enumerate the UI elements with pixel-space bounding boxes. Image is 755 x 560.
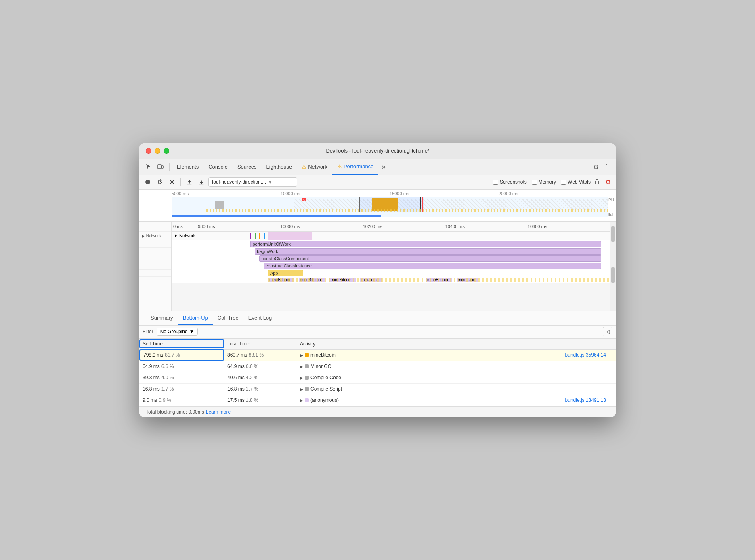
total-time-cell-4: 16.8 ms 1.7 %: [224, 386, 297, 392]
timeline-scrollbar[interactable]: [610, 222, 616, 311]
close-button[interactable]: [146, 148, 151, 154]
tab-elements[interactable]: Elements: [172, 159, 203, 175]
flame-row-1: performUnitOfWork: [172, 240, 610, 248]
tab-network[interactable]: ⚠ Network: [297, 159, 332, 175]
link-cell-1: bundle.js:35964:14: [565, 352, 612, 358]
record-button[interactable]: [143, 177, 153, 187]
flame-bar-begin[interactable]: beginWork: [255, 248, 601, 255]
tab-lighthouse[interactable]: Lighthouse: [262, 159, 297, 175]
zmark-5: 10600 ms: [528, 224, 610, 229]
device-icon[interactable]: [155, 161, 166, 172]
flame-row-2: beginWork: [172, 248, 610, 255]
devtools-tabs-bar: Elements Console Sources Lighthouse ⚠ Ne…: [139, 159, 616, 175]
memory-checkbox[interactable]: Memory: [532, 179, 556, 185]
network-triangle-icon: ▶: [175, 234, 178, 238]
cursor-icon[interactable]: [143, 161, 154, 172]
scrollbar-thumb-2[interactable]: [611, 267, 615, 283]
th-self-time: Self Time: [139, 339, 224, 348]
performance-warning-icon: ⚠: [337, 163, 342, 169]
grouping-dropdown[interactable]: No Grouping ▼: [157, 328, 198, 336]
left-labels: ▶ Network: [139, 222, 172, 311]
expand-icon-5[interactable]: ▶: [300, 398, 303, 403]
timeline-overview[interactable]: 5000 ms 10000 ms 15000 ms 20000 ms CPU N…: [139, 190, 616, 222]
zmark-1: 9800 ms: [198, 224, 280, 229]
flame-bar-app[interactable]: App: [268, 270, 303, 276]
tab-event-log[interactable]: Event Log: [243, 311, 277, 325]
expand-icon-3[interactable]: ▶: [300, 376, 303, 380]
data-table: Self Time Total Time Activity 798.9 ms 8…: [139, 339, 616, 406]
activity-color-2: [305, 364, 309, 368]
flame-label-1: [139, 240, 171, 248]
self-time-cell-1: 798.9 ms 81.7 %: [139, 349, 224, 361]
learn-more-link[interactable]: Learn more: [206, 409, 231, 415]
ruler-5000: 5000 ms: [172, 191, 281, 196]
expand-icon-2[interactable]: ▶: [300, 364, 303, 369]
self-time-cell-3: 39.3 ms 4.0 %: [139, 375, 224, 380]
tab-call-tree[interactable]: Call Tree: [213, 311, 243, 325]
total-time-cell-3: 40.6 ms 4.2 %: [224, 375, 297, 380]
svg-rect-1: [162, 166, 163, 168]
web-vitals-checkbox[interactable]: Web Vitals: [561, 179, 591, 185]
more-options-icon[interactable]: ⋮: [601, 163, 612, 171]
upload-button[interactable]: [184, 177, 195, 187]
scrollbar-thumb[interactable]: [611, 226, 615, 242]
activity-cell-5: ▶ (anonymous) bundle.js:13491:13: [297, 397, 616, 403]
more-tabs-button[interactable]: »: [378, 163, 389, 171]
ruler-15000: 15000 ms: [390, 191, 499, 196]
traffic-lights: [146, 148, 169, 154]
devtools-window: DevTools - foul-heavenly-direction.glitc…: [139, 143, 616, 417]
table-row-2[interactable]: 64.9 ms 6.6 % 64.9 ms 6.6 % ▶ Minor GC: [139, 361, 616, 372]
tab-performance[interactable]: ⚠ Performance: [332, 159, 378, 175]
activity-color-1: [305, 353, 309, 357]
flame-chart: performUnitOfWork beginWork updateClassC…: [172, 240, 610, 283]
th-total-time: Total Time: [224, 341, 297, 347]
url-chevron-icon: ▼: [268, 179, 273, 185]
tab-divider-1: [169, 163, 170, 171]
screenshots-checkbox[interactable]: Screenshots: [493, 179, 527, 185]
flame-bar-perform[interactable]: performUnitOfWork: [250, 241, 601, 247]
activity-cell-3: ▶ Compile Code: [297, 375, 616, 380]
flame-label-2: [139, 248, 171, 255]
trash-icon[interactable]: 🗑: [592, 178, 602, 186]
clear-button[interactable]: [167, 177, 177, 187]
settings-gear-icon[interactable]: ⚙: [604, 178, 612, 186]
flame-bar-construct[interactable]: constructClassInstance: [264, 263, 601, 269]
flame-row-3: updateClassComponent: [172, 255, 610, 262]
download-button[interactable]: [196, 177, 207, 187]
filter-bar: Filter No Grouping ▼ ◁: [139, 326, 616, 339]
expand-icon-1[interactable]: ▶: [300, 353, 303, 357]
activity-link-1[interactable]: bundle.js:35964:14: [565, 352, 606, 358]
tab-bottom-up[interactable]: Bottom-Up: [178, 311, 213, 325]
tab-summary[interactable]: Summary: [146, 311, 178, 325]
collapse-button[interactable]: ◁: [603, 327, 612, 336]
network-row: ▶ Network: [172, 232, 610, 240]
analysis-tabs: Summary Bottom-Up Call Tree Event Log: [139, 311, 616, 326]
link-cell-5: bundle.js:13491:13: [565, 397, 612, 403]
table-row-4[interactable]: 16.8 ms 1.7 % 16.8 ms 1.7 % ▶ Compile Sc…: [139, 384, 616, 395]
mini-label: [139, 277, 171, 282]
zmark-4: 10400 ms: [445, 224, 528, 229]
ruler-20000: 20000 ms: [499, 191, 608, 196]
zmark-3: 10200 ms: [363, 224, 445, 229]
table-row-5[interactable]: 9.0 ms 0.9 % 17.5 ms 1.8 % ▶ (anonymous)…: [139, 395, 616, 406]
table-row-3[interactable]: 39.3 ms 4.0 % 40.6 ms 4.2 % ▶ Compile Co…: [139, 372, 616, 384]
tab-sources[interactable]: Sources: [233, 159, 262, 175]
settings-icon[interactable]: ⚙: [591, 163, 601, 171]
overview-chart: [172, 197, 608, 217]
reload-button[interactable]: [155, 177, 165, 187]
table-row-1[interactable]: 798.9 ms 81.7 % 860.7 ms 88.1 % ▶ mineBi…: [139, 350, 616, 361]
url-display: foul-heavenly-direction.... ▼: [208, 177, 297, 187]
toolbar-options: Screenshots Memory Web Vitals: [493, 179, 591, 185]
activity-link-5[interactable]: bundle.js:13491:13: [565, 397, 606, 403]
minimize-button[interactable]: [155, 148, 160, 154]
maximize-button[interactable]: [164, 148, 169, 154]
expand-icon-4[interactable]: ▶: [300, 387, 303, 391]
tab-console[interactable]: Console: [203, 159, 233, 175]
ruler-10000: 10000 ms: [281, 191, 390, 196]
self-time-cell-5: 9.0 ms 0.9 %: [139, 397, 224, 403]
main-timeline: 0 ms 9800 ms 10000 ms 10200 ms 10400 ms …: [172, 222, 610, 311]
status-text: Total blocking time: 0.00ms: [146, 409, 204, 415]
activity-color-5: [305, 398, 309, 402]
spacer-label: [139, 222, 171, 232]
flame-bar-update[interactable]: updateClassComponent: [259, 255, 601, 262]
